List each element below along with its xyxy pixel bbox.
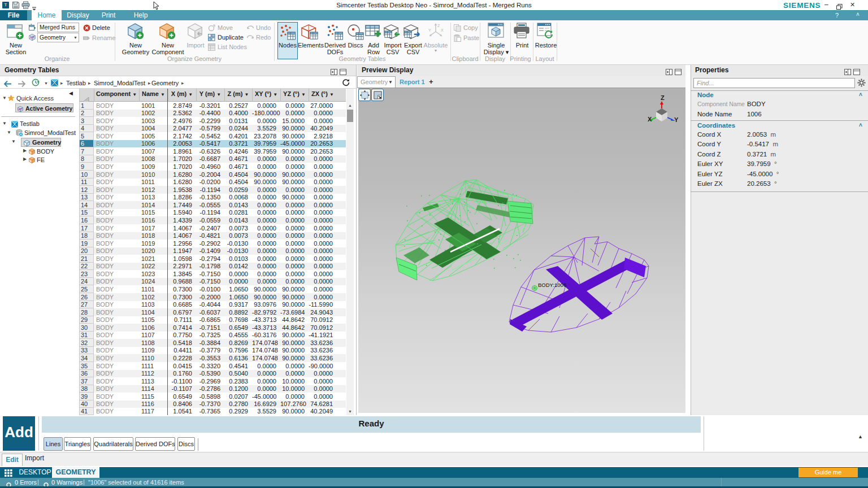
svg-text:Z: Z	[661, 94, 665, 101]
svg-text:BODY:1006: BODY:1006	[538, 282, 566, 288]
svg-text:X: X	[648, 116, 652, 123]
svg-text:Y: Y	[674, 116, 679, 123]
svg-text:Z: Z	[437, 24, 440, 28]
svg-text:X: X	[441, 28, 444, 32]
svg-text:Y: Y	[428, 28, 431, 32]
